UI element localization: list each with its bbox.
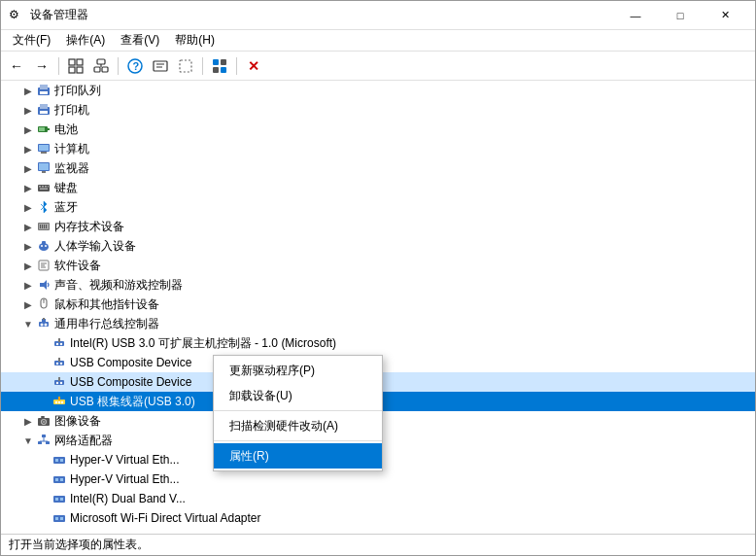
tree-item-usb-controller[interactable]: ▼ 通用串行总线控制器 (1, 314, 755, 333)
window-title: 设备管理器 (30, 7, 88, 23)
svg-rect-62 (43, 318, 45, 320)
expand-icon[interactable]: ▶ (20, 122, 36, 137)
imaging-label: 图像设备 (54, 413, 101, 430)
expand-icon[interactable]: ▶ (20, 219, 36, 234)
menu-file[interactable]: 文件(F) (5, 30, 58, 51)
svg-marker-54 (40, 280, 47, 290)
svg-rect-7 (102, 67, 108, 72)
expand-icon[interactable]: ▶ (20, 199, 36, 215)
hyperv-eth2-icon (52, 471, 67, 487)
ctx-properties[interactable]: 属性(R) (214, 443, 382, 469)
svg-rect-93 (53, 476, 65, 483)
imaging-icon (36, 413, 52, 429)
svg-rect-25 (48, 128, 50, 130)
tree-item-software-dev[interactable]: ▶ 软件设备 (1, 256, 755, 275)
expand-icon[interactable]: ▶ (20, 180, 36, 195)
uninstall-button[interactable]: ✕ (242, 54, 265, 78)
maximize-button[interactable]: □ (658, 1, 703, 30)
expand-icon[interactable]: ▶ (20, 277, 36, 293)
ctx-scan-hardware[interactable]: 扫描检测硬件改动(A) (214, 413, 382, 438)
expand-icon[interactable]: ▶ (20, 296, 36, 312)
forward-button[interactable]: → (30, 54, 53, 78)
svg-rect-16 (213, 67, 219, 73)
tree-item-hid[interactable]: ▶ 人体学输入设备 (1, 236, 755, 256)
svg-rect-28 (39, 145, 49, 151)
expand-icon[interactable]: ▶ (20, 160, 36, 176)
usb-intel-label: Intel(R) USB 3.0 可扩展主机控制器 - 1.0 (Microso… (70, 335, 336, 352)
tree-item-intel-dual[interactable]: ▶ Intel(R) Dual Band V... (1, 489, 755, 508)
svg-rect-32 (42, 171, 46, 173)
expand-icon[interactable]: ▼ (20, 433, 36, 448)
ctx-uninstall-device[interactable]: 卸载设备(U) (214, 383, 382, 408)
minimize-button[interactable]: — (613, 1, 658, 30)
svg-rect-3 (77, 67, 83, 73)
svg-point-49 (45, 245, 47, 247)
menu-view[interactable]: 查看(V) (113, 30, 167, 51)
tree-item-memory-tech[interactable]: ▶ 内存技术设备 (1, 217, 755, 236)
tree-item-print-queue[interactable]: ▶ 打印队列 (1, 81, 755, 100)
tree-item-keyboard[interactable]: ▶ 键盘 (1, 178, 755, 197)
tree-item-bluetooth[interactable]: ▶ 蓝牙 (1, 197, 755, 217)
svg-rect-14 (213, 59, 219, 65)
window-controls: — □ ✕ (613, 1, 747, 30)
show-devices-by-type-button[interactable] (64, 54, 87, 78)
expand-icon[interactable]: ▶ (20, 102, 36, 118)
svg-rect-22 (40, 104, 48, 109)
tree-item-audio[interactable]: ▶ 声音、视频和游戏控制器 (1, 275, 755, 295)
tree-item-mouse[interactable]: ▶ 鼠标和其他指针设备 (1, 295, 755, 314)
mouse-icon (36, 296, 52, 312)
svg-rect-2 (69, 67, 75, 73)
show-devices-by-connection-button[interactable] (89, 54, 113, 78)
svg-rect-100 (55, 517, 58, 520)
expand-icon[interactable]: ▶ (20, 258, 36, 273)
svg-point-82 (43, 421, 45, 423)
svg-rect-19 (40, 85, 48, 89)
expand-icon[interactable]: ▶ (20, 238, 36, 254)
back-button[interactable]: ← (5, 54, 28, 78)
expand-icon[interactable]: ▼ (20, 316, 36, 331)
intel-dual-label: Intel(R) Dual Band V... (70, 492, 186, 505)
tree-item-wifi-direct[interactable]: ▶ Microsoft Wi-Fi Direct Virtual Adapter (1, 508, 755, 528)
ctx-update-driver[interactable]: 更新驱动程序(P) (214, 358, 382, 383)
svg-rect-13 (180, 60, 191, 72)
expand-icon[interactable]: ▶ (20, 141, 36, 156)
svg-point-77 (58, 401, 60, 403)
properties-button[interactable] (149, 54, 172, 78)
expand-icon[interactable]: ▶ (20, 83, 36, 98)
ctx-separator-2 (214, 440, 382, 441)
network-label: 网络适配器 (54, 433, 113, 449)
svg-rect-74 (58, 377, 60, 381)
svg-point-72 (56, 382, 58, 384)
print-queue-icon (36, 83, 52, 98)
svg-rect-42 (40, 225, 41, 228)
tree-item-printer[interactable]: ▶ 打印机 (1, 100, 755, 120)
svg-rect-70 (58, 358, 60, 362)
svg-rect-84 (42, 434, 46, 437)
tree-item-computer[interactable]: ▶ 计算机 (1, 139, 755, 158)
tree-item-usb-intel[interactable]: ▶ Intel(R) USB 3.0 可扩展主机控制器 - 1.0 (Micro… (1, 333, 755, 353)
svg-point-68 (56, 363, 58, 365)
usb-composite-2-label: USB Composite Device (70, 375, 191, 389)
svg-rect-44 (44, 225, 45, 228)
svg-point-61 (45, 324, 48, 327)
tree-item-hyperv-eth2[interactable]: ▶ Hyper-V Virtual Eth... (1, 469, 755, 489)
svg-point-57 (43, 299, 45, 301)
svg-marker-39 (41, 201, 47, 213)
tree-item-battery[interactable]: ▶ 电池 (1, 120, 755, 139)
hid-icon (36, 238, 52, 254)
computer-label: 计算机 (54, 141, 89, 157)
expand-icon[interactable]: ▶ (20, 413, 36, 429)
menu-help[interactable]: 帮助(H) (167, 30, 223, 51)
close-button[interactable]: ✕ (703, 1, 747, 30)
content-area: ▶ 打印队列 ▶ 打印机 ▶ 电池 (1, 81, 755, 534)
bluetooth-label: 蓝牙 (54, 199, 78, 216)
tree-item-monitor[interactable]: ▶ 监视器 (1, 158, 755, 178)
show-hidden-devices-button[interactable] (174, 54, 197, 78)
svg-rect-99 (53, 515, 65, 522)
scan-hardware-button[interactable] (208, 54, 231, 78)
toolbar-separator-4 (236, 57, 237, 75)
menu-action[interactable]: 操作(A) (58, 30, 113, 51)
network-icon (36, 433, 52, 448)
help-button[interactable]: ? (123, 54, 147, 78)
device-tree[interactable]: ▶ 打印队列 ▶ 打印机 ▶ 电池 (1, 81, 755, 534)
